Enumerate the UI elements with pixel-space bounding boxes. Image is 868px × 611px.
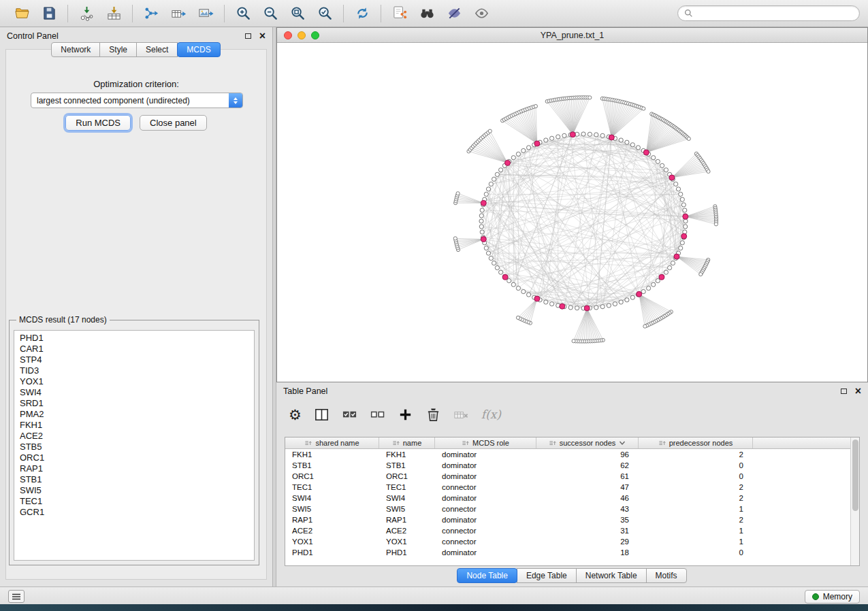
save-session-button[interactable] <box>35 3 63 24</box>
hub-node[interactable] <box>681 233 687 239</box>
hub-node[interactable] <box>683 214 688 219</box>
node[interactable] <box>486 187 490 191</box>
table-row[interactable]: STB1STB1dominator620 <box>285 460 859 471</box>
node[interactable] <box>680 241 684 245</box>
tab-style[interactable]: Style <box>99 42 137 57</box>
node[interactable] <box>516 152 520 156</box>
node[interactable] <box>544 138 548 142</box>
close-table-panel-icon[interactable]: × <box>855 386 861 397</box>
panel-menu-button[interactable] <box>8 590 25 603</box>
hub-node[interactable] <box>505 160 511 165</box>
node[interactable] <box>681 203 686 207</box>
mcds-result-item[interactable]: SWI5 <box>14 485 254 496</box>
hub-node[interactable] <box>643 150 649 155</box>
export-image-button[interactable] <box>192 3 219 24</box>
node[interactable] <box>619 138 623 142</box>
node[interactable] <box>521 148 526 152</box>
node[interactable] <box>453 237 457 240</box>
node[interactable] <box>656 159 660 163</box>
node[interactable] <box>572 340 575 343</box>
tab-node-table[interactable]: Node Table <box>457 568 517 583</box>
node[interactable] <box>492 261 496 265</box>
criterion-select[interactable]: largest connected component (undirected) <box>31 93 243 108</box>
refresh-layout-button[interactable] <box>349 3 376 24</box>
node[interactable] <box>594 133 598 137</box>
mcds-result-item[interactable]: PMA2 <box>14 409 254 420</box>
node[interactable] <box>642 107 645 110</box>
open-session-button[interactable] <box>8 3 35 24</box>
column-header-predecessor-nodes[interactable]: predecessor nodes <box>639 437 753 448</box>
column-header-successor-nodes[interactable]: successor nodes <box>536 437 639 448</box>
close-panel-icon[interactable]: × <box>259 31 266 42</box>
node[interactable] <box>588 96 592 99</box>
node[interactable] <box>575 306 579 310</box>
node[interactable] <box>600 133 605 137</box>
node[interactable] <box>527 293 531 297</box>
mcds-result-item[interactable]: RAP1 <box>14 463 254 474</box>
node[interactable] <box>619 300 623 304</box>
node[interactable] <box>456 192 460 195</box>
node[interactable] <box>643 325 647 328</box>
hub-node[interactable] <box>481 200 486 205</box>
node[interactable] <box>707 169 710 173</box>
node[interactable] <box>656 279 660 283</box>
select-all-columns-button[interactable] <box>342 404 357 425</box>
hub-node[interactable] <box>659 274 664 280</box>
node[interactable] <box>516 286 520 291</box>
mcds-result-item[interactable]: PHD1 <box>14 333 254 344</box>
mcds-result-item[interactable]: SRD1 <box>14 398 254 409</box>
table-row[interactable]: RAP1RAP1dominator352 <box>285 514 859 525</box>
node[interactable] <box>647 286 651 291</box>
mcds-result-item[interactable]: STB5 <box>14 442 254 452</box>
clear-table-button[interactable] <box>453 404 469 425</box>
node[interactable] <box>674 182 678 186</box>
node[interactable] <box>668 266 672 270</box>
maximize-window-icon[interactable] <box>311 31 319 39</box>
table-row[interactable]: TEC1TEC1connector472 <box>285 482 859 493</box>
hub-node[interactable] <box>674 254 679 259</box>
node[interactable] <box>588 132 592 136</box>
node[interactable] <box>660 163 664 167</box>
search-input[interactable] <box>697 9 853 18</box>
table-row[interactable]: PHD1PHD1dominator180 <box>285 547 859 558</box>
export-network-button[interactable] <box>138 3 165 24</box>
mcds-result-item[interactable]: ORC1 <box>14 452 254 463</box>
tab-network-table[interactable]: Network Table <box>576 568 647 583</box>
mcds-result-item[interactable]: STP4 <box>14 354 254 365</box>
node[interactable] <box>489 256 493 260</box>
mcds-result-item[interactable]: SWI4 <box>14 387 254 398</box>
unselect-all-columns-button[interactable] <box>370 404 385 425</box>
table-row[interactable]: YOX1YOX1connector291 <box>285 536 859 547</box>
memory-button[interactable]: Memory <box>805 590 860 604</box>
hub-node[interactable] <box>481 237 486 242</box>
mcds-result-item[interactable]: CAR1 <box>14 344 254 354</box>
node[interactable] <box>568 306 573 310</box>
scrollbar-thumb[interactable] <box>852 440 858 511</box>
network-graph[interactable] <box>277 43 867 381</box>
zoom-out-button[interactable] <box>257 3 284 24</box>
table-scrollbar[interactable] <box>850 437 859 565</box>
node[interactable] <box>630 295 634 299</box>
zoom-fit-button[interactable] <box>284 3 311 24</box>
close-panel-button[interactable]: Close panel <box>140 115 207 131</box>
node[interactable] <box>550 136 554 140</box>
hide-graphics-button[interactable] <box>440 3 468 24</box>
node[interactable] <box>594 306 598 310</box>
node[interactable] <box>489 182 493 186</box>
tab-select[interactable]: Select <box>136 42 178 57</box>
node[interactable] <box>556 135 560 139</box>
node[interactable] <box>600 305 605 309</box>
hub-node[interactable] <box>570 132 575 137</box>
column-header-mcds-role[interactable]: MCDS role <box>435 437 536 448</box>
search-network-button[interactable] <box>413 3 440 24</box>
node[interactable] <box>495 172 499 176</box>
hub-node[interactable] <box>502 274 508 280</box>
node[interactable] <box>534 105 537 108</box>
import-network-button[interactable] <box>73 3 100 24</box>
share-document-button[interactable] <box>386 3 413 24</box>
mcds-result-item[interactable]: STB1 <box>14 474 254 485</box>
node[interactable] <box>714 222 718 226</box>
column-header-shared-name[interactable]: shared name <box>285 437 379 448</box>
tab-mcds[interactable]: MCDS <box>177 42 220 57</box>
node[interactable] <box>480 230 484 234</box>
